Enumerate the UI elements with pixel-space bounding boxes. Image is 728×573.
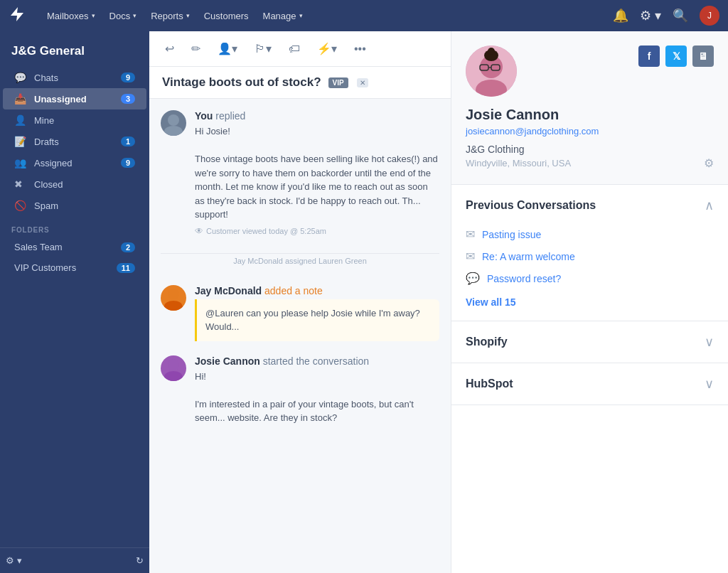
prev-conv-title: Previous Conversations: [466, 199, 596, 212]
prev-conv-header[interactable]: Previous Conversations ∧: [466, 198, 714, 213]
svg-point-13: [488, 48, 495, 55]
top-nav: Mailboxes ▾ Docs ▾ Reports ▾ Customers M…: [0, 0, 728, 31]
user-avatar[interactable]: J: [700, 6, 719, 26]
facebook-icon[interactable]: f: [638, 45, 660, 67]
sidebar-item-closed[interactable]: ✖ Closed: [3, 173, 146, 195]
hubspot-header[interactable]: HubSpot ∨: [466, 376, 714, 392]
sidebar-item-label: Closed: [34, 179, 135, 190]
svg-point-1: [164, 126, 183, 136]
message-body: You replied Hi Josie!Those vintage boots…: [195, 110, 439, 236]
chats-count: 9: [121, 73, 135, 82]
sidebar-item-drafts[interactable]: 📝 Drafts 1: [3, 131, 146, 152]
desktop-icon[interactable]: 🖥: [692, 45, 714, 67]
josie-body: Josie Cannon started the conversation Hi…: [195, 355, 439, 425]
customer-email[interactable]: josiecannon@jandgclothing.com: [466, 126, 714, 136]
sidebar-item-label: VIP Customers: [14, 262, 117, 273]
sidebar-item-label: Drafts: [34, 136, 121, 147]
prev-conv-pasting[interactable]: ✉ Pasting issue: [466, 223, 714, 245]
view-all-link[interactable]: View all 15: [466, 296, 516, 308]
assignment-divider: Jay McDonald assigned Lauren Green: [161, 253, 439, 268]
sidebar-refresh-button[interactable]: ↻: [136, 555, 144, 566]
sidebar-item-spam[interactable]: 🚫 Spam: [3, 195, 146, 216]
customer-social-links: f 𝕏 🖥: [638, 45, 714, 67]
eye-icon: 👁: [195, 226, 203, 236]
customer-card: f 𝕏 🖥 Josie Cannon josiecannon@jandgclot…: [451, 31, 728, 185]
sidebar: J&G General 💬 Chats 9 📥 Unassigned 3 👤 M…: [0, 31, 149, 573]
caret-icon: ▾: [92, 12, 95, 19]
sidebar-item-mine[interactable]: 👤 Mine: [3, 109, 146, 131]
prev-conv-label: Password reset?: [487, 273, 561, 284]
sidebar-settings-button[interactable]: ⚙ ▾: [6, 555, 22, 566]
prev-conv-password-reset[interactable]: 💬 Password reset?: [466, 267, 714, 289]
note-text: @Lauren can you please help Josie while …: [205, 306, 431, 334]
message-viewed-text: Customer viewed today @ 5:25am: [206, 227, 326, 235]
customer-location: Windyville, Missouri, USA: [466, 158, 571, 168]
you-avatar: [161, 110, 186, 136]
undo-button[interactable]: ↩: [161, 39, 178, 58]
unassigned-count: 3: [121, 94, 135, 104]
vip-badge: VIP: [328, 77, 348, 88]
main-content: ↩ ✏ 👤▾ 🏳▾ 🏷 ⚡▾ ••• Vintage boots out of …: [149, 31, 451, 573]
customer-settings-icon[interactable]: ⚙: [704, 156, 714, 170]
twitter-icon[interactable]: 𝕏: [665, 45, 687, 67]
caret-icon: ▾: [186, 12, 190, 19]
settings-icon[interactable]: ⚙ ▾: [640, 8, 661, 23]
caret-icon: ▾: [133, 12, 136, 19]
prev-conv-warm-welcome[interactable]: ✉ Re: A warm welcome: [466, 245, 714, 267]
sidebar-item-sales-team[interactable]: Sales Team 2: [3, 237, 146, 257]
josie-message-item: Josie Cannon started the conversation Hi…: [161, 355, 439, 425]
edit-button[interactable]: ✏: [187, 39, 205, 58]
search-icon[interactable]: 🔍: [673, 8, 688, 23]
sidebar-item-label: Spam: [34, 200, 135, 211]
conversation-header: Vintage boots out of stock? VIP ✕: [149, 67, 451, 99]
conversation-title: Vintage boots out of stock?: [162, 75, 321, 90]
nav-mailboxes[interactable]: Mailboxes ▾: [40, 11, 102, 21]
nav-docs[interactable]: Docs ▾: [102, 11, 144, 21]
sidebar-item-chats[interactable]: 💬 Chats 9: [3, 67, 146, 88]
jay-sender: Jay McDonald: [195, 285, 262, 296]
shopify-header[interactable]: Shopify ∨: [466, 334, 714, 350]
sidebar-item-assigned[interactable]: 👥 Assigned 9: [3, 152, 146, 173]
svg-point-2: [168, 289, 179, 300]
nav-reports[interactable]: Reports ▾: [144, 11, 197, 21]
app-logo: [9, 6, 28, 26]
message-list: You replied Hi Josie!Those vintage boots…: [149, 99, 451, 573]
more-button[interactable]: •••: [350, 40, 370, 58]
shopify-title: Shopify: [466, 336, 508, 348]
message-meta: 👁 Customer viewed today @ 5:25am: [195, 226, 439, 236]
jay-avatar: [161, 285, 186, 311]
action-button[interactable]: ⚡▾: [313, 39, 341, 58]
hubspot-section: HubSpot ∨: [451, 363, 728, 405]
message-item: You replied Hi Josie!Those vintage boots…: [161, 110, 439, 236]
customer-company: J&G Clothing: [466, 144, 714, 155]
note-action: added a note: [264, 285, 323, 296]
assign-button[interactable]: 👤▾: [213, 39, 242, 58]
shopify-toggle-icon: ∨: [705, 334, 714, 350]
prev-conv-label: Re: A warm welcome: [482, 251, 575, 262]
nav-manage[interactable]: Manage ▾: [256, 11, 310, 21]
right-panel: f 𝕏 🖥 Josie Cannon josiecannon@jandgclot…: [451, 31, 728, 573]
sidebar-item-vip-customers[interactable]: VIP Customers 11: [3, 257, 146, 278]
flag-button[interactable]: 🏳▾: [250, 39, 276, 58]
message-sender: You: [195, 110, 213, 122]
vip-customers-count: 11: [117, 263, 135, 273]
svg-point-5: [164, 371, 183, 381]
sidebar-item-label: Mine: [34, 115, 135, 126]
josie-text: Hi!I'm interested in a pair of your vint…: [195, 370, 439, 425]
email-icon: ✉: [466, 250, 475, 263]
nav-customers[interactable]: Customers: [197, 11, 256, 21]
notifications-icon[interactable]: 🔔: [613, 8, 628, 23]
email-icon: ✉: [466, 227, 475, 241]
close-badge-button[interactable]: ✕: [357, 78, 368, 87]
chat-icon: 💬: [466, 272, 480, 285]
josie-action: started the conversation: [263, 355, 369, 367]
message-action: replied: [215, 110, 245, 122]
unassigned-icon: 📥: [14, 93, 27, 105]
sales-team-count: 2: [121, 242, 135, 252]
caret-icon: ▾: [299, 12, 303, 19]
drafts-icon: 📝: [14, 136, 27, 147]
assigned-count: 9: [121, 158, 135, 168]
sidebar-item-unassigned[interactable]: 📥 Unassigned 3: [3, 88, 146, 109]
prev-conv-toggle-icon: ∧: [705, 198, 714, 213]
tag-button[interactable]: 🏷: [284, 40, 304, 58]
